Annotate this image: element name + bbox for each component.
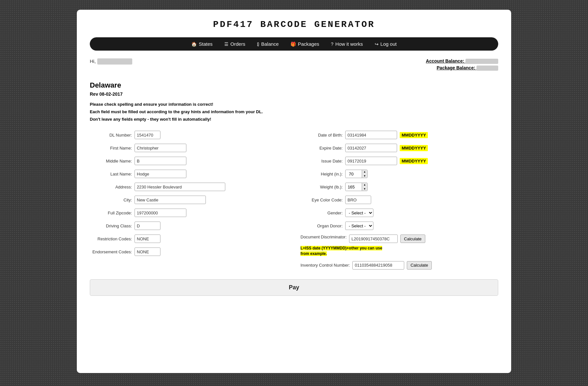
last-name-input[interactable] (135, 170, 186, 178)
inventory-calculate-button[interactable]: Calculate (407, 261, 431, 270)
nav-balance[interactable]: ₿ Balance (257, 41, 279, 47)
zipcode-label: Full Zipcode: (90, 211, 132, 215)
address-input[interactable] (135, 183, 225, 191)
nav-states[interactable]: 🏠 States (191, 41, 213, 47)
dob-row: Date of Birth: MMDDYYYY (300, 131, 498, 139)
weight-up-button[interactable]: ▲ (362, 183, 367, 187)
form-right: Date of Birth: MMDDYYYY Expire Date: MMD… (300, 131, 498, 270)
eye-color-row: Eye Color Code: (300, 196, 498, 204)
home-icon: 🏠 (191, 42, 197, 47)
weight-input[interactable] (346, 184, 362, 190)
weight-down-button[interactable]: ▼ (362, 187, 367, 191)
dl-number-label: DL Number: (90, 133, 132, 138)
weight-spinbox: ▲ ▼ (345, 183, 368, 191)
nav-how-it-works[interactable]: ? How it works (331, 41, 363, 47)
inventory-input[interactable] (352, 261, 404, 270)
height-row: Height (in.): ▲ ▼ (300, 170, 498, 178)
doc-discriminator-row: Document Discriminator: Calculate L+ISS … (300, 235, 498, 257)
last-name-label: Last Name: (90, 172, 132, 176)
expire-date-label: Expire Date: (300, 146, 343, 151)
eye-color-input[interactable] (345, 196, 371, 204)
issue-date-input[interactable] (345, 157, 397, 165)
gender-select[interactable]: - Select - M F (345, 209, 373, 217)
issue-date-label: Issue Date: (300, 159, 343, 163)
nav-packages[interactable]: 🎁 Packages (290, 41, 319, 47)
page-title: Delaware (90, 81, 498, 90)
city-input[interactable] (135, 196, 206, 204)
form-left: DL Number: First Name: Middle Name: Last… (90, 131, 288, 270)
weight-row: Weight (lb.): ▲ ▼ (300, 183, 498, 191)
doc-disc-hint-text: L+ISS date (YYYYMMDD)+other you can use … (300, 246, 382, 256)
gender-label: Gender: (300, 211, 343, 215)
driving-class-row: Driving Class: (90, 222, 288, 230)
address-row: Address: (90, 183, 288, 191)
eye-color-label: Eye Color Code: (300, 198, 343, 202)
user-display: ██████████ (97, 58, 132, 65)
rev-label: Rev 08-02-2017 (90, 91, 498, 97)
dob-hint: MMDDYYYY (400, 132, 428, 138)
middle-name-label: Middle Name: (90, 159, 132, 163)
question-icon: ? (331, 42, 334, 47)
last-name-row: Last Name: (90, 170, 288, 178)
form-section: DL Number: First Name: Middle Name: Last… (90, 131, 498, 270)
pay-button[interactable]: Pay (90, 279, 498, 296)
account-balance-link[interactable]: Account Balance: ██████████ (426, 58, 498, 64)
doc-disc-input[interactable] (349, 235, 398, 243)
city-label: City: (90, 198, 132, 202)
middle-name-row: Middle Name: (90, 157, 288, 165)
height-label: Height (in.): (300, 172, 343, 176)
address-label: Address: (90, 185, 132, 189)
weight-label: Weight (lb.): (300, 185, 343, 189)
height-down-button[interactable]: ▼ (362, 174, 367, 178)
dl-number-input[interactable] (135, 131, 160, 139)
inventory-row: Inventory Control Number: Calculate (300, 261, 498, 270)
endorsement-codes-label: Endorsement Codes: (90, 249, 132, 254)
instruction-1: Please check spelling and ensure your in… (90, 102, 498, 107)
dl-number-row: DL Number: (90, 131, 288, 139)
list-icon: ☰ (224, 42, 229, 47)
first-name-input[interactable] (135, 144, 186, 152)
greeting: Hi, ██████████ (90, 58, 132, 65)
account-info: Account Balance: ██████████ Package Bala… (426, 58, 498, 72)
driving-class-label: Driving Class: (90, 223, 132, 228)
zipcode-input[interactable] (135, 209, 186, 217)
expire-date-row: Expire Date: MMDDYYYY (300, 144, 498, 152)
height-input[interactable] (346, 171, 362, 177)
bitcoin-icon: ₿ (257, 42, 259, 47)
package-icon: 🎁 (290, 42, 296, 47)
doc-disc-label: Document Discriminator: (300, 235, 347, 239)
height-up-button[interactable]: ▲ (362, 170, 367, 174)
first-name-row: First Name: (90, 144, 288, 152)
driving-class-input[interactable] (135, 222, 160, 230)
restriction-codes-input[interactable] (135, 235, 160, 243)
gender-row: Gender: - Select - M F (300, 209, 498, 217)
restriction-codes-label: Restriction Codes: (90, 236, 132, 241)
issue-date-hint: MMDDYYYY (400, 158, 428, 164)
inventory-label: Inventory Control Number: (300, 263, 350, 268)
dob-input[interactable] (345, 131, 397, 139)
endorsement-codes-row: Endorsement Codes: (90, 247, 288, 256)
organ-donor-row: Organ Donor: - Select - Y N (300, 222, 498, 230)
expire-date-input[interactable] (345, 144, 397, 152)
nav-bar: 🏠 States ☰ Orders ₿ Balance 🎁 Packages ?… (90, 37, 498, 51)
endorsement-codes-input[interactable] (135, 247, 160, 256)
restriction-codes-row: Restriction Codes: (90, 235, 288, 243)
package-balance-value: ██████ (476, 66, 498, 71)
instruction-3: Don't leave any fields empty - they won'… (90, 117, 498, 122)
issue-date-row: Issue Date: MMDDYYYY (300, 157, 498, 165)
nav-logout[interactable]: ↪ Log out (375, 41, 397, 47)
nav-orders[interactable]: ☰ Orders (224, 41, 245, 47)
height-spinbox: ▲ ▼ (345, 170, 368, 178)
doc-disc-calculate-button[interactable]: Calculate (400, 235, 425, 243)
zipcode-row: Full Zipcode: (90, 209, 288, 217)
instruction-2: Each field must be filled out according … (90, 109, 498, 114)
account-balance-value: ██████████ (465, 59, 498, 64)
header-row: Hi, ██████████ Account Balance: ████████… (90, 58, 498, 72)
expire-date-hint: MMDDYYYY (400, 145, 428, 151)
pay-btn-row: Pay (90, 279, 498, 296)
doc-disc-hint: L+ISS date (YYYYMMDD)+other you can use … (300, 246, 391, 257)
first-name-label: First Name: (90, 146, 132, 151)
organ-donor-select[interactable]: - Select - Y N (345, 222, 373, 230)
package-balance-link[interactable]: Package Balance: ██████ (426, 65, 498, 71)
middle-name-input[interactable] (135, 157, 186, 165)
